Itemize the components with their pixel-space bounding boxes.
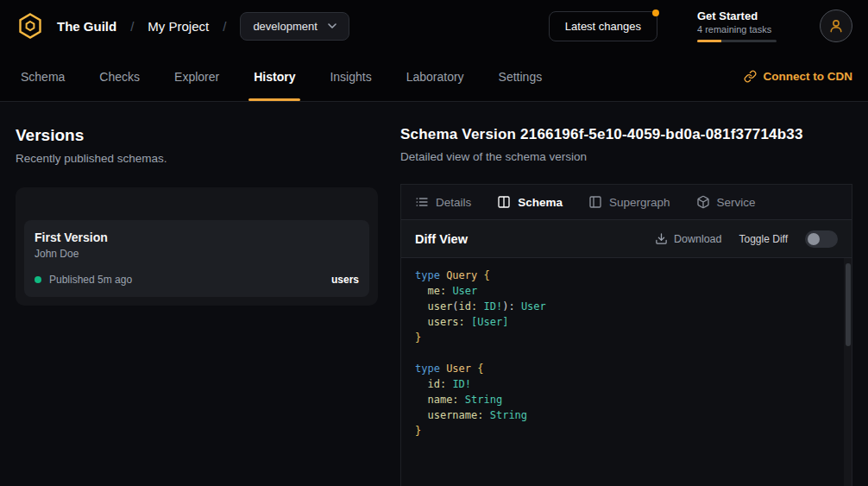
layout-icon	[588, 195, 602, 209]
versions-title: Versions	[16, 126, 378, 145]
version-detail-panel: Details Schema Supergraph	[400, 184, 852, 486]
chevron-down-icon	[328, 23, 337, 28]
diff-toolbar-actions: Download Toggle Diff	[655, 230, 838, 248]
versions-subtitle: Recently published schemas.	[16, 152, 378, 165]
breadcrumb-separator: /	[130, 19, 134, 34]
app-header: The Guild / My Project / development Lat…	[0, 0, 868, 52]
version-name: First Version	[35, 230, 359, 244]
tab-settings[interactable]: Settings	[494, 52, 548, 101]
tab-history[interactable]: History	[248, 52, 300, 101]
tab-schema[interactable]: Schema	[16, 52, 70, 101]
schema-version-title: Schema Version 2166196f-5e10-4059-bd0a-0…	[400, 126, 852, 143]
connect-cdn-button[interactable]: Connect to CDN	[744, 52, 853, 101]
notification-dot-icon	[652, 9, 659, 16]
tab-service-label: Service	[717, 196, 756, 209]
connect-cdn-label: Connect to CDN	[764, 70, 853, 83]
hive-logo-icon	[16, 12, 44, 40]
get-started-progress-bar	[697, 40, 777, 42]
tab-details[interactable]: Details	[415, 195, 471, 209]
tab-supergraph-label: Supergraph	[609, 196, 670, 209]
code-line: users: [User]	[415, 314, 838, 330]
version-author: John Doe	[35, 248, 359, 260]
tab-insights[interactable]: Insights	[324, 52, 376, 101]
tab-details-label: Details	[436, 196, 471, 209]
published-dot-icon	[35, 276, 41, 283]
box-icon	[696, 195, 710, 209]
tab-explorer[interactable]: Explorer	[169, 52, 224, 101]
code-line: name: String	[415, 392, 838, 407]
version-detail-column: Schema Version 2166196f-5e10-4059-bd0a-0…	[400, 102, 852, 486]
get-started-title: Get Started	[697, 9, 782, 22]
version-list-item[interactable]: First Version John Doe Published 5m ago …	[24, 220, 369, 297]
columns-icon	[497, 195, 511, 209]
org-name[interactable]: The Guild	[57, 19, 116, 34]
code-line: user(id: ID!): User	[415, 299, 838, 314]
toggle-knob	[808, 233, 820, 245]
toggle-diff-label: Toggle Diff	[739, 233, 788, 245]
version-service-badge: users	[331, 274, 359, 286]
code-line	[415, 345, 838, 361]
code-line: }	[415, 330, 838, 345]
hive-logo[interactable]	[16, 11, 45, 41]
download-icon	[655, 232, 668, 245]
breadcrumb-separator: /	[223, 19, 226, 34]
get-started-subtitle: 4 remaining tasks	[697, 24, 782, 35]
code-line: type Query {	[415, 268, 838, 283]
code-line: username: String	[415, 407, 838, 423]
toggle-diff-switch[interactable]	[805, 230, 838, 248]
tab-supergraph[interactable]: Supergraph	[588, 195, 670, 209]
get-started-widget[interactable]: Get Started 4 remaining tasks	[697, 9, 782, 42]
code-line: }	[415, 423, 838, 439]
latest-changes-button[interactable]: Latest changes	[549, 11, 657, 41]
code-scrollbar-thumb[interactable]	[846, 263, 851, 346]
tab-laboratory[interactable]: Laboratory	[401, 52, 469, 101]
version-status-row: Published 5m ago users	[35, 274, 359, 286]
code-line: me: User	[415, 283, 838, 299]
schema-version-subtitle: Detailed view of the schema version	[400, 150, 852, 163]
diff-view-title: Diff View	[415, 232, 468, 246]
schema-code-viewer[interactable]: type Query { me: User user(id: ID!): Use…	[401, 258, 852, 486]
download-label: Download	[674, 233, 722, 245]
diff-toolbar: Diff View Download Toggle Diff	[401, 220, 852, 258]
environment-select[interactable]: development	[240, 12, 349, 41]
link-icon	[744, 70, 757, 83]
detail-tab-bar: Details Schema Supergraph	[401, 185, 852, 220]
get-started-progress-fill	[697, 40, 721, 42]
tab-service[interactable]: Service	[696, 195, 756, 209]
download-button[interactable]: Download	[655, 232, 722, 245]
tab-schema-detail-label: Schema	[518, 196, 563, 209]
code-content: type Query { me: User user(id: ID!): Use…	[415, 268, 838, 439]
list-icon	[415, 195, 429, 209]
versions-column: Versions Recently published schemas. Fir…	[16, 102, 378, 486]
tab-schema-detail[interactable]: Schema	[497, 195, 563, 209]
code-line: type User {	[415, 361, 838, 376]
user-avatar[interactable]	[820, 9, 852, 42]
environment-select-value: development	[253, 20, 317, 33]
versions-list-card: First Version John Doe Published 5m ago …	[16, 187, 378, 306]
tab-checks[interactable]: Checks	[94, 52, 145, 101]
header-right: Latest changes Get Started 4 remaining t…	[549, 9, 852, 42]
main-content: Versions Recently published schemas. Fir…	[0, 102, 868, 486]
code-scrollbar[interactable]	[844, 258, 852, 486]
project-name[interactable]: My Project	[148, 19, 209, 34]
latest-changes-label: Latest changes	[565, 20, 641, 33]
version-status: Published 5m ago	[49, 274, 132, 286]
user-icon	[828, 18, 844, 34]
code-line: id: ID!	[415, 376, 838, 392]
main-nav: Schema Checks Explorer History Insights …	[0, 52, 868, 102]
